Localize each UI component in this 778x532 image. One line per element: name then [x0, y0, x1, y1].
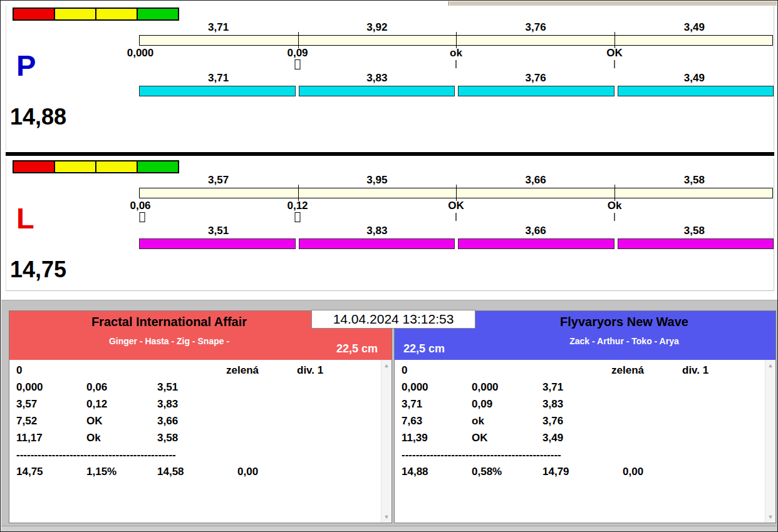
- team-panel-left: Fractal International Affair Ginger - Ha…: [9, 310, 392, 523]
- split-time: 3,83: [298, 72, 456, 84]
- cell: 0,06: [86, 381, 107, 394]
- lane-bar-segment: [618, 86, 774, 96]
- cell: 0,12: [86, 398, 107, 411]
- lane-total-time: 14,88: [10, 106, 66, 128]
- cell: div. 1: [682, 364, 708, 377]
- total-penalty: 0,00: [237, 466, 258, 478]
- marker-labels: 0,06 0,12 OK Ok: [139, 200, 773, 211]
- cell: 7,52: [16, 415, 37, 427]
- total-percent: 1,15%: [86, 466, 117, 478]
- cell: 3,51: [157, 381, 178, 394]
- lane-progress-bars: [139, 238, 774, 249]
- scrollbar[interactable]: ▲ ▼: [765, 360, 775, 523]
- divider-row: ----------------------------------------…: [395, 449, 775, 466]
- window-top-corner: [450, 1, 777, 6]
- cell: ok: [472, 415, 484, 427]
- scroll-down-icon[interactable]: ▼: [381, 514, 392, 520]
- scroll-down-icon[interactable]: ▼: [765, 514, 775, 520]
- split-time: 3,71: [139, 72, 298, 84]
- cell: 3,76: [542, 415, 563, 427]
- lane-bar-segment: [299, 238, 455, 249]
- cell: zelená: [226, 364, 259, 377]
- cell: Ok: [86, 432, 101, 444]
- cell: zelená: [611, 364, 644, 377]
- cell: 3,71: [402, 398, 422, 411]
- lane-bar-segment: [618, 238, 774, 249]
- split-time: 3,58: [615, 225, 774, 237]
- scroll-up-icon[interactable]: ▲: [381, 362, 392, 369]
- cell: 3,71: [542, 381, 563, 394]
- lane-total-time: 14,75: [10, 258, 66, 281]
- jump-height: 22,5 cm: [336, 342, 378, 356]
- split-time: 3,95: [298, 174, 456, 186]
- total-penalty: 0,00: [623, 466, 643, 478]
- marker-label: 0,06: [130, 200, 150, 212]
- cell: 0: [402, 364, 407, 377]
- lower-split-times: 3,71 3,83 3,76 3,49: [139, 72, 774, 84]
- split-time: 3,51: [139, 225, 298, 237]
- table-row: 11,17 Ok 3,58: [9, 432, 392, 449]
- table-row: 7,63 ok 3,76: [395, 415, 775, 432]
- scale-tick: [298, 185, 299, 201]
- split-time: 3,76: [457, 21, 615, 33]
- traffic-light-segment-yellow2: [96, 9, 138, 19]
- traffic-light-bar: [13, 160, 179, 173]
- total-adjusted: 14,79: [542, 466, 569, 478]
- cell: 7,63: [402, 415, 422, 427]
- lane-bar-segment: [299, 86, 455, 96]
- marker-labels: 0,000 0,09 ok OK: [139, 47, 773, 58]
- totals-row: 14,88 0,58% 14,79 0,00: [395, 466, 775, 483]
- section-divider: [6, 152, 774, 156]
- lane-bar-segment: [458, 86, 615, 96]
- team-panel-right: Flyvaryors New Wave Zack - Arthur - Toko…: [394, 310, 776, 523]
- scroll-up-icon[interactable]: ▲: [765, 362, 775, 369]
- cell: 3,83: [542, 398, 563, 411]
- table-row: 3,57 0,12 3,83: [9, 398, 392, 415]
- cell: div. 1: [297, 364, 323, 377]
- traffic-light-segment-green: [138, 9, 178, 19]
- lane-l: 3,57 3,95 3,66 3,58 0,06 0,12 OK Ok 3,51…: [6, 158, 774, 291]
- scale-tick: [456, 185, 457, 201]
- jump-height: 22,5 cm: [403, 342, 445, 356]
- split-time: 3,66: [457, 174, 615, 186]
- traffic-light-segment-yellow1: [55, 161, 96, 172]
- marker-label: OK: [606, 47, 623, 59]
- total-time: 14,88: [402, 466, 428, 478]
- scale-tick: [615, 185, 615, 201]
- app-window: 3,71 3,92 3,76 3,49 0,000 0,09 ok OK 3,7…: [0, 0, 778, 532]
- status-strip: [1, 526, 777, 532]
- traffic-light-segment-yellow1: [55, 9, 96, 19]
- total-adjusted: 14,58: [157, 466, 184, 478]
- lane-bar-segment: [139, 86, 296, 96]
- marker-glyphs: [139, 212, 773, 223]
- table-row: 7,52 OK 3,66: [9, 415, 392, 432]
- change-marker-box: [295, 212, 301, 222]
- split-time: 3,92: [298, 21, 456, 33]
- cell: 0,09: [472, 398, 492, 411]
- lane-bar-segment: [139, 238, 296, 249]
- split-tick-mark: [614, 213, 615, 221]
- split-time: 3,58: [615, 174, 774, 186]
- table-row: 0 zelená div. 1: [9, 364, 392, 381]
- scale-tick: [456, 32, 457, 48]
- timestamp: 14.04.2024 13:12:53: [311, 310, 475, 329]
- lane-p: 3,71 3,92 3,76 3,49 0,000 0,09 ok OK 3,7…: [6, 6, 774, 151]
- cell: 3,83: [157, 398, 178, 411]
- marker-label: ok: [450, 47, 462, 59]
- table-row: 3,71 0,09 3,83: [395, 398, 775, 415]
- cell: 0,000: [472, 381, 499, 394]
- cell: 0: [16, 364, 22, 377]
- split-time: 3,49: [615, 21, 774, 33]
- cell: 3,57: [16, 398, 37, 411]
- scrollbar[interactable]: ▲ ▼: [381, 360, 392, 523]
- results-sheet: 0 zelená div. 1 0,000 0,06 3,51 3,57 0,1…: [9, 360, 392, 523]
- total-percent: 0,58%: [472, 466, 502, 478]
- split-time: 3,83: [298, 225, 456, 237]
- lane-progress-bars: [139, 86, 774, 96]
- traffic-light-segment-red: [14, 9, 55, 19]
- cell: ----------------------------------------…: [16, 449, 176, 461]
- divider-row: ----------------------------------------…: [9, 449, 392, 466]
- cell: 3,66: [157, 415, 178, 427]
- traffic-light-segment-green: [138, 161, 178, 172]
- split-time: 3,66: [457, 225, 615, 237]
